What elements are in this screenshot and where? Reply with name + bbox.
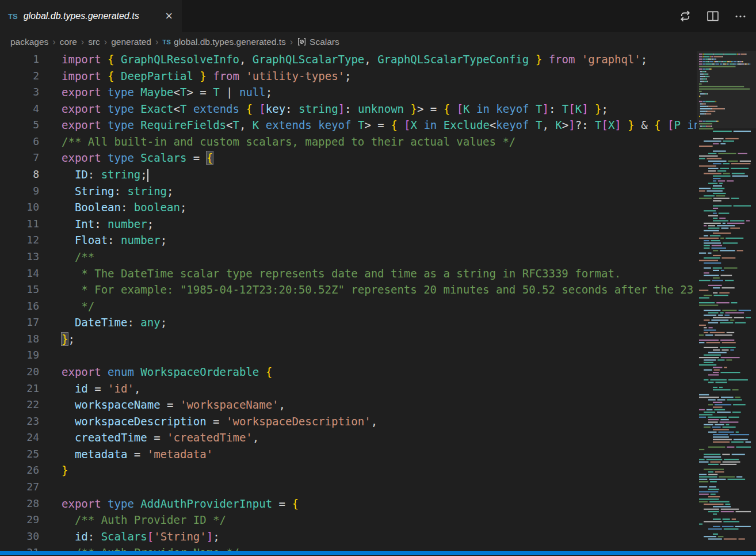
code-line[interactable]: 19 [0, 347, 697, 364]
code-line[interactable]: 10 Boolean: boolean; [0, 199, 697, 216]
line-number: 22 [0, 397, 39, 413]
breadcrumb-separator: › [81, 37, 84, 47]
code-line[interactable]: 29 /** Auth Provider ID */ [0, 512, 697, 528]
line-content: * The DateTime scalar type represents da… [62, 265, 621, 282]
code-line[interactable]: 3export type Maybe<T> = T | null; [0, 84, 697, 101]
line-number: 8 [0, 166, 39, 183]
breadcrumb-item-generated[interactable]: generated [111, 37, 151, 47]
breadcrumb-separator: › [290, 37, 293, 47]
code-line[interactable]: 12 Float: number; [0, 232, 697, 249]
line-number: 17 [0, 314, 39, 331]
line-content: export enum WorkspaceOrderable { [62, 364, 272, 380]
line-number: 20 [0, 364, 39, 380]
line-content: ID: string; [62, 166, 148, 183]
code-line[interactable]: 31 /** Auth Provider Name */ [0, 544, 697, 551]
code-line[interactable]: 22 workspaceName = 'workspaceName', [0, 397, 697, 413]
code-line[interactable]: 20export enum WorkspaceOrderable { [0, 364, 697, 380]
code-line[interactable]: 4export type Exact<T extends { [key: str… [0, 101, 697, 117]
line-number: 14 [0, 265, 39, 282]
code-line[interactable]: 17 DateTime: any; [0, 314, 697, 331]
code-line[interactable]: 24 createdTime = 'createdTime', [0, 429, 697, 446]
line-content: workspaceName = 'workspaceName', [62, 397, 285, 413]
editor-tab[interactable]: TS global.db.types.generated.ts × [0, 0, 182, 32]
code-line[interactable]: 7export type Scalars = { [0, 150, 697, 166]
code-line[interactable]: 14 * The DateTime scalar type represents… [0, 265, 697, 282]
line-number: 15 [0, 281, 39, 298]
breadcrumb-label: Scalars [310, 37, 339, 47]
breadcrumb-item-src[interactable]: src [88, 37, 100, 47]
tab-close-icon[interactable]: × [164, 10, 174, 22]
code-line[interactable]: 1import { GraphQLResolveInfo, GraphQLSca… [0, 51, 697, 68]
line-content: id: Scalars['String']; [62, 528, 220, 545]
line-content: export type Exact<T extends { [key: stri… [62, 101, 608, 117]
line-number: 23 [0, 413, 39, 430]
split-editor-icon[interactable] [707, 10, 719, 22]
line-number: 21 [0, 380, 39, 397]
line-content: DateTime: any; [62, 314, 167, 331]
line-content: createdTime = 'createdTime', [62, 429, 259, 446]
line-number: 28 [0, 496, 39, 512]
code-line[interactable]: 18}; [0, 331, 697, 348]
line-content: /** [62, 249, 94, 265]
code-line[interactable]: 13 /** [0, 249, 697, 265]
breadcrumb-item-global-db-types-generated-ts[interactable]: TSglobal.db.types.generated.ts [162, 37, 285, 47]
breadcrumb-label: packages [10, 37, 48, 47]
minimap-slider[interactable] [697, 51, 756, 128]
code-line[interactable]: 28export type AddAuthProviderInput = { [0, 496, 697, 512]
code-line[interactable]: 9 String: string; [0, 183, 697, 200]
line-content: export type Scalars = { [62, 150, 213, 166]
line-number: 6 [0, 134, 39, 150]
line-content: Float: number; [62, 232, 167, 249]
line-number: 18 [0, 331, 39, 348]
code-line[interactable]: 21 id = 'id', [0, 380, 697, 397]
line-content: export type AddAuthProviderInput = { [62, 496, 299, 512]
code-line[interactable]: 27 [0, 479, 697, 496]
line-content: /** All built-in and custom scalars, map… [62, 134, 516, 150]
line-content: import { DeepPartial } from 'utility-typ… [62, 68, 351, 85]
line-content: String: string; [62, 183, 174, 200]
breadcrumb-label: src [88, 37, 100, 47]
code-line[interactable]: 25 metadata = 'metadata' [0, 446, 697, 463]
line-number: 4 [0, 101, 39, 117]
line-number: 30 [0, 528, 39, 545]
more-actions-icon[interactable] [734, 10, 747, 22]
minimap[interactable] [697, 51, 756, 551]
code-line[interactable]: 2import { DeepPartial } from 'utility-ty… [0, 68, 697, 85]
code-line[interactable]: 23 workspaceDescription = 'workspaceDesc… [0, 413, 697, 430]
code-line[interactable]: 30 id: Scalars['String']; [0, 528, 697, 545]
line-number: 10 [0, 199, 39, 216]
code-line[interactable]: 26} [0, 462, 697, 479]
code-line[interactable]: 11 Int: number; [0, 216, 697, 233]
code-editor[interactable]: 1import { GraphQLResolveInfo, GraphQLSca… [0, 51, 756, 551]
breadcrumb-label: generated [111, 37, 151, 47]
line-content: }; [62, 331, 75, 348]
line-content: workspaceDescription = 'workspaceDescrip… [62, 413, 377, 430]
code-lines[interactable]: 1import { GraphQLResolveInfo, GraphQLSca… [0, 51, 697, 551]
line-number: 5 [0, 117, 39, 134]
line-number: 7 [0, 150, 39, 166]
breadcrumb-separator: › [155, 37, 158, 47]
code-line[interactable]: 15 * For example: "1985-04-12T23:20:50.5… [0, 281, 697, 298]
line-number: 9 [0, 183, 39, 200]
typescript-file-icon: TS [8, 12, 18, 21]
breadcrumb-item-packages[interactable]: packages [10, 37, 48, 47]
line-number: 3 [0, 84, 39, 101]
line-number: 13 [0, 249, 39, 265]
line-number: 19 [0, 347, 39, 364]
code-line[interactable]: 5export type RequireFields<T, K extends … [0, 117, 697, 134]
compare-changes-icon[interactable] [679, 10, 692, 22]
breadcrumb-separator: › [52, 37, 55, 47]
code-line[interactable]: 6/** All built-in and custom scalars, ma… [0, 134, 697, 150]
line-number: 11 [0, 216, 39, 233]
breadcrumb-item-scalars[interactable]: Scalars [297, 37, 339, 47]
breadcrumb-item-core[interactable]: core [60, 37, 77, 47]
text-cursor [147, 169, 148, 182]
typescript-file-icon: TS [162, 39, 171, 45]
line-number: 26 [0, 462, 39, 479]
breadcrumb-label: core [60, 37, 77, 47]
vscode-window: TS global.db.types.generated.ts × [0, 0, 756, 556]
line-number: 25 [0, 446, 39, 463]
code-line[interactable]: 8 ID: string; [0, 166, 697, 183]
code-line[interactable]: 16 */ [0, 298, 697, 315]
line-content: metadata = 'metadata' [62, 446, 213, 463]
